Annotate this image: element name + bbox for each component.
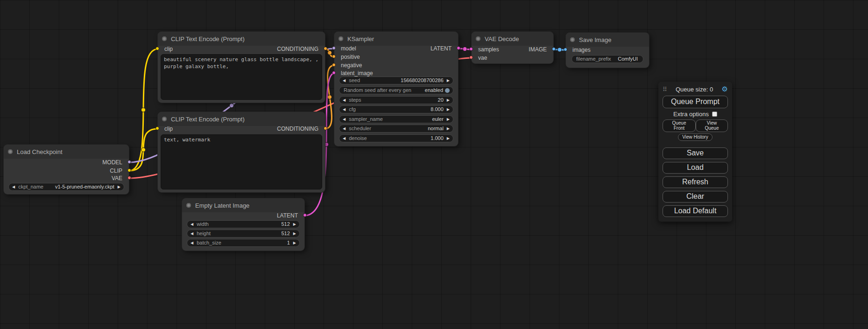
latent-output-dot[interactable] <box>457 46 460 50</box>
steps-widget[interactable]: ◀ steps 20 ▶ <box>339 96 453 104</box>
increment-arrow-icon[interactable]: ▶ <box>293 241 296 245</box>
negative-input-dot[interactable] <box>332 63 336 67</box>
samples-input-dot[interactable] <box>469 47 473 51</box>
vae-input-label: vae <box>478 54 487 62</box>
save-button[interactable]: Save <box>663 147 728 159</box>
collapse-dot-icon[interactable] <box>570 37 575 42</box>
latent-output-dot[interactable] <box>303 213 307 217</box>
positive-prompt-textarea[interactable]: beautiful scenery nature glass bottle la… <box>161 54 322 100</box>
height-widget[interactable]: ◀ height 512 ▶ <box>187 230 300 238</box>
width-widget[interactable]: ◀ width 512 ▶ <box>187 220 300 228</box>
decrement-arrow-icon[interactable]: ◀ <box>191 223 193 226</box>
widget-name: width <box>197 221 209 228</box>
collapse-dot-icon[interactable] <box>162 36 167 41</box>
random-seed-toggle-widget[interactable]: Random seed after every gen enabled <box>339 86 453 94</box>
vae-output-label: VAE <box>112 175 122 182</box>
widget-name: seed <box>349 77 360 84</box>
node-save-image[interactable]: Save Image images filename_prefix ComfyU… <box>566 33 649 68</box>
decrement-arrow-icon[interactable]: ◀ <box>191 232 193 236</box>
samples-input-label: samples <box>478 46 499 53</box>
increment-arrow-icon[interactable]: ▶ <box>447 79 450 83</box>
node-clip-text-encode-negative[interactable]: CLIP Text Encode (Prompt) clip CONDITION… <box>158 112 325 192</box>
filename-prefix-widget[interactable]: filename_prefix ComfyUI <box>572 55 643 63</box>
decrement-arrow-icon[interactable]: ◀ <box>191 241 193 245</box>
next-value-arrow-icon[interactable]: ▶ <box>447 118 450 121</box>
widget-name: denoise <box>349 135 367 142</box>
clip-output-dot[interactable] <box>127 168 131 172</box>
denoise-widget[interactable]: ◀ denoise 1.000 ▶ <box>339 134 453 142</box>
node-graph-canvas[interactable]: Load Checkpoint MODEL CLIP VAE ◀ ckpt_na… <box>0 0 868 329</box>
clip-input-dot[interactable] <box>155 47 159 50</box>
model-output-dot[interactable] <box>127 160 131 164</box>
ckpt-name-widget[interactable]: ◀ ckpt_name v1-5-pruned-emaonly.ckpt ▶ <box>8 183 124 191</box>
collapse-dot-icon[interactable] <box>8 149 13 154</box>
queue-front-button[interactable]: Queue Front <box>663 119 696 132</box>
prev-value-arrow-icon[interactable]: ◀ <box>343 118 346 121</box>
node-title-bar[interactable]: Empty Latent Image <box>182 198 304 212</box>
view-history-button[interactable]: View History <box>678 133 712 141</box>
image-output-dot[interactable] <box>552 47 556 51</box>
seed-widget[interactable]: ◀ seed 156680208700286 ▶ <box>339 77 453 84</box>
widget-value: 20 <box>438 97 444 104</box>
batch-size-widget[interactable]: ◀ batch_size 1 ▶ <box>187 239 300 247</box>
collapse-dot-icon[interactable] <box>186 203 191 208</box>
widget-value: 1.000 <box>430 135 444 142</box>
clip-input-dot[interactable] <box>155 126 159 130</box>
increment-arrow-icon[interactable]: ▶ <box>447 137 450 140</box>
negative-prompt-textarea[interactable]: text, watermark <box>161 134 322 189</box>
node-title-bar[interactable]: CLIP Text Encode (Prompt) <box>158 112 325 126</box>
increment-arrow-icon[interactable]: ▶ <box>293 223 296 226</box>
sampler-name-widget[interactable]: ◀ sampler_name euler ▶ <box>339 115 453 123</box>
node-title-bar[interactable]: Load Checkpoint <box>4 145 129 159</box>
increment-arrow-icon[interactable]: ▶ <box>447 98 450 102</box>
model-input-dot[interactable] <box>332 46 336 50</box>
widget-value: v1-5-pruned-emaonly.ckpt <box>55 183 114 190</box>
node-vae-decode[interactable]: VAE Decode samples vae IMAGE <box>472 32 553 63</box>
node-empty-latent-image[interactable]: Empty Latent Image LATENT ◀ width 512 ▶ … <box>182 198 304 251</box>
scheduler-widget[interactable]: ◀ scheduler normal ▶ <box>339 125 453 133</box>
decrement-arrow-icon[interactable]: ◀ <box>343 79 346 83</box>
clear-button[interactable]: Clear <box>663 191 728 203</box>
refresh-button[interactable]: Refresh <box>663 176 728 188</box>
node-title-bar[interactable]: Save Image <box>566 33 649 47</box>
widget-value: enabled <box>425 87 443 94</box>
next-value-arrow-icon[interactable]: ▶ <box>118 185 120 189</box>
collapse-dot-icon[interactable] <box>476 36 480 41</box>
load-button[interactable]: Load <box>663 162 728 174</box>
node-title-bar[interactable]: CLIP Text Encode (Prompt) <box>158 32 325 46</box>
node-ksampler[interactable]: KSampler model positive negative latent_… <box>334 32 458 146</box>
view-queue-button[interactable]: View Queue <box>696 119 728 132</box>
cfg-widget[interactable]: ◀ cfg 8.000 ▶ <box>339 105 453 113</box>
latent-image-input-dot[interactable] <box>332 71 336 75</box>
vae-output-dot[interactable] <box>127 176 131 180</box>
collapse-dot-icon[interactable] <box>339 36 343 41</box>
widget-name: batch_size <box>197 239 221 246</box>
collapse-dot-icon[interactable] <box>162 117 167 121</box>
node-title-bar[interactable]: VAE Decode <box>472 32 553 46</box>
node-load-checkpoint[interactable]: Load Checkpoint MODEL CLIP VAE ◀ ckpt_na… <box>4 145 129 194</box>
conditioning-output-dot[interactable] <box>324 126 327 130</box>
increment-arrow-icon[interactable]: ▶ <box>293 232 296 236</box>
next-value-arrow-icon[interactable]: ▶ <box>447 127 450 131</box>
images-input-dot[interactable] <box>564 48 567 51</box>
increment-arrow-icon[interactable]: ▶ <box>447 108 450 112</box>
extra-options-checkbox[interactable] <box>712 112 717 117</box>
drag-handle-icon[interactable]: ⠿ <box>663 86 667 93</box>
decrement-arrow-icon[interactable]: ◀ <box>343 98 346 102</box>
toggle-on-indicator-icon[interactable] <box>445 88 450 93</box>
queue-prompt-button[interactable]: Queue Prompt <box>663 96 728 108</box>
decrement-arrow-icon[interactable]: ◀ <box>343 108 346 112</box>
decrement-arrow-icon[interactable]: ◀ <box>343 137 346 140</box>
node-title-bar[interactable]: KSampler <box>334 32 458 46</box>
widget-value: 1 <box>287 239 290 246</box>
prev-value-arrow-icon[interactable]: ◀ <box>12 185 15 189</box>
latent-image-input-label: latent_image <box>341 70 373 77</box>
node-title: KSampler <box>347 35 374 42</box>
load-default-button[interactable]: Load Default <box>663 205 728 217</box>
conditioning-output-dot[interactable] <box>324 47 327 50</box>
positive-input-dot[interactable] <box>332 55 336 58</box>
settings-gear-icon[interactable]: ⚙ <box>722 85 728 93</box>
prev-value-arrow-icon[interactable]: ◀ <box>343 127 346 131</box>
vae-input-dot[interactable] <box>469 56 473 59</box>
node-clip-text-encode-positive[interactable]: CLIP Text Encode (Prompt) clip CONDITION… <box>158 32 325 103</box>
